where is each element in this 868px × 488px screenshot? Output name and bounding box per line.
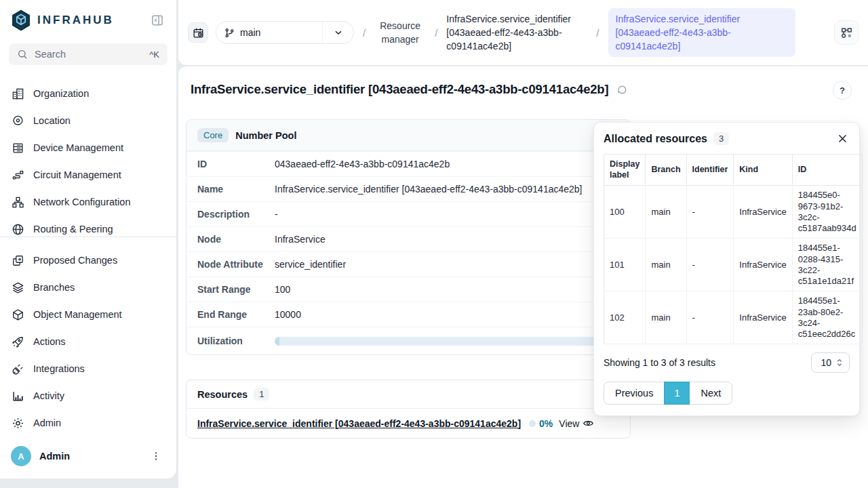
column-header-id[interactable]: ID	[792, 155, 862, 186]
server-icon	[11, 142, 24, 155]
building-icon	[11, 87, 24, 100]
detail-row-name: Name InfraService.service_identifier [04…	[186, 176, 630, 201]
sidebar-collapse-button[interactable]	[148, 11, 167, 30]
column-header-kind[interactable]: Kind	[734, 155, 792, 186]
page-size-select[interactable]: 10	[811, 352, 850, 373]
sidebar-item-integrations[interactable]: Integrations	[0, 355, 176, 382]
breadcrumb-pool[interactable]: InfraService.service_identifier [043aeae…	[446, 12, 587, 54]
detail-label: End Range	[197, 309, 275, 320]
detail-value: 043aeaed-eff2-4e43-a3bb-c09141ac4e2b	[275, 159, 450, 169]
help-button[interactable]: ?	[833, 81, 852, 100]
sidebar-item-label: Activity	[33, 390, 64, 401]
avatar: A	[11, 446, 31, 466]
cell-display-label: 102	[604, 291, 646, 344]
refresh-icon[interactable]	[616, 84, 628, 96]
view-label: View	[559, 418, 579, 429]
calendar-clock-button[interactable]	[188, 22, 208, 43]
detail-value: InfraService	[275, 234, 326, 245]
user-menu-kebab-icon[interactable]	[146, 448, 165, 464]
cell-kind: InfraService	[734, 186, 792, 239]
results-summary: Showing 1 to 3 of 3 results	[604, 357, 715, 368]
sidebar-item-proposed-changes[interactable]: Proposed Changes	[0, 247, 176, 274]
resources-card: Resources 1 InfraService.service_identif…	[186, 380, 631, 439]
detail-value: 10000	[275, 309, 301, 320]
detail-label: Node	[197, 234, 275, 245]
table-row[interactable]: 102 main - InfraService 184455e1-23ab-80…	[604, 291, 863, 344]
user-row: A Admin	[0, 438, 176, 474]
detail-value: 100	[275, 284, 290, 295]
sidebar-item-admin[interactable]: Admin	[0, 409, 176, 436]
number-pool-card: Core Number Pool ID 043aeaed-eff2-4e43-a…	[186, 119, 631, 355]
detail-label: Description	[197, 209, 275, 220]
detail-label: ID	[197, 159, 275, 169]
page-title: InfraService.service_identifier [043aeae…	[191, 82, 608, 97]
route-icon	[11, 169, 24, 182]
resources-card-header: Resources 1	[186, 380, 630, 409]
allocated-resources-table: Display label Branch Identifier Kind ID …	[604, 154, 863, 344]
breadcrumb-separator: /	[433, 27, 439, 39]
detail-value: service_identifier	[275, 259, 346, 270]
sidebar-item-network-configuration[interactable]: Network Configuration	[0, 188, 176, 216]
page-1-button[interactable]: 1	[664, 382, 690, 405]
user-name: Admin	[39, 451, 70, 462]
plug-icon	[11, 363, 24, 375]
branch-selector[interactable]: main	[216, 21, 354, 44]
column-header-display-label[interactable]: Display label	[604, 155, 646, 186]
detail-row-end-range: End Range 10000	[186, 302, 630, 327]
select-arrows-icon	[836, 358, 843, 367]
graph-view-button[interactable]	[834, 20, 859, 45]
git-branch-icon	[224, 28, 235, 38]
sidebar-item-label: Routing & Peering	[33, 224, 113, 235]
next-page-button[interactable]: Next	[689, 382, 732, 405]
resource-view-button[interactable]: View	[559, 418, 594, 429]
detail-label: Start Range	[197, 284, 275, 295]
core-badge: Core	[197, 128, 229, 142]
map-pin-icon	[11, 115, 24, 127]
sidebar-item-actions[interactable]: Actions	[0, 328, 176, 355]
object-type: Number Pool	[235, 130, 296, 141]
resources-row: InfraService.service_identifier [043aeae…	[186, 409, 630, 438]
breadcrumb-resource-manager[interactable]: Resource manager	[374, 19, 426, 47]
breadcrumb-current[interactable]: InfraService.service_identifier [043aeae…	[608, 8, 795, 58]
sidebar-item-label: Device Management	[33, 142, 123, 153]
column-header-branch[interactable]: Branch	[646, 155, 686, 186]
utilization-bar-fill	[275, 337, 279, 346]
cell-id: 184455e0-9673-91b2-3c2c-c5187aab934d	[792, 186, 862, 239]
sidebar-item-organization[interactable]: Organization	[0, 80, 176, 107]
breadcrumb-separator: /	[595, 27, 600, 39]
detail-label: Utilization	[197, 336, 275, 346]
sidebar-item-label: Circuit Management	[33, 169, 121, 180]
sidebar-item-label: Admin	[33, 418, 61, 428]
table-row[interactable]: 101 main - InfraService 184455e1-0288-43…	[604, 239, 863, 291]
sidebar-item-location[interactable]: Location	[0, 107, 176, 134]
previous-page-button[interactable]: Previous	[604, 382, 665, 405]
detail-value: InfraService.service_identifier [043aeae…	[275, 184, 583, 195]
sidebar-item-activity[interactable]: Activity	[0, 382, 176, 409]
sidebar-item-device-management[interactable]: Device Management	[0, 134, 176, 161]
close-icon[interactable]	[835, 131, 850, 146]
sidebar-item-branches[interactable]: Branches	[0, 274, 176, 301]
sidebar-item-label: Network Configuration	[33, 197, 130, 207]
sidebar-item-object-management[interactable]: Object Management	[0, 301, 176, 328]
infrahub-logo-icon	[11, 9, 31, 31]
panel-footer: Showing 1 to 3 of 3 results 10	[604, 352, 850, 373]
resource-link[interactable]: InfraService.service_identifier [043aeae…	[197, 418, 521, 429]
cell-identifier: -	[686, 186, 734, 239]
brand-row: INFRAHUB	[0, 0, 176, 35]
panel-title: Allocated resources	[604, 133, 707, 145]
cell-kind: InfraService	[734, 291, 792, 344]
allocated-resources-panel: Allocated resources 3 Display label Bran…	[593, 122, 860, 416]
search-box[interactable]: ^K	[9, 43, 167, 65]
cell-id: 184455e1-23ab-80e2-3c24-c51eec2dd26c	[792, 291, 862, 344]
search-input[interactable]	[35, 49, 123, 60]
detail-value: -	[275, 209, 278, 220]
number-pool-card-header: Core Number Pool	[186, 120, 630, 151]
table-row[interactable]: 100 main - InfraService 184455e0-9673-91…	[604, 186, 863, 239]
cube-icon	[11, 308, 24, 321]
sidebar-item-routing-peering[interactable]: Routing & Peering	[0, 216, 176, 237]
sidebar-item-circuit-management[interactable]: Circuit Management	[0, 161, 176, 188]
panel-header: Allocated resources 3	[604, 131, 850, 146]
layers-icon	[11, 281, 24, 294]
column-header-identifier[interactable]: Identifier	[686, 155, 734, 186]
cell-branch: main	[646, 239, 686, 291]
